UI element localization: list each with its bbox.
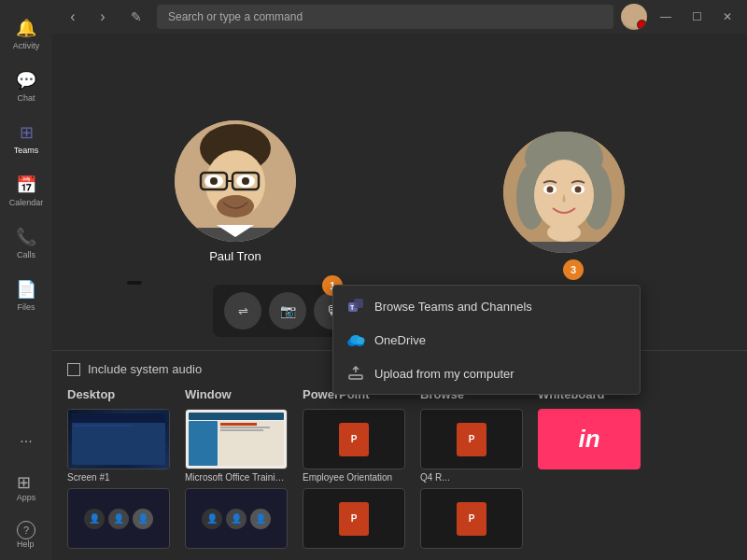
video-ctrl-button[interactable]: 📷: [269, 292, 306, 329]
participant-avatar-woman: [503, 132, 625, 253]
dropdown-upload-label: Upload from my computer: [374, 367, 514, 381]
activity-icon: 🔔: [16, 18, 36, 38]
browse-thumb-2[interactable]: P: [420, 488, 523, 549]
svg-point-10: [217, 195, 254, 217]
participant-other: [503, 132, 625, 253]
svg-rect-22: [522, 242, 606, 253]
sidebar-item-activity-label: Activity: [13, 41, 40, 50]
dropdown-onedrive[interactable]: OneDrive: [333, 323, 640, 357]
pp-thumb-1[interactable]: P: [303, 409, 405, 469]
sidebar-item-activity[interactable]: 🔔 Activity: [4, 9, 49, 58]
powerpoint-section: PowerPoint P Employee Orientation: [303, 387, 405, 549]
desktop-thumb-1[interactable]: [67, 409, 170, 469]
browse-thumb-1[interactable]: P: [420, 409, 523, 469]
pp-thumb-2[interactable]: P: [303, 488, 405, 549]
pp-icon-2: P: [339, 502, 369, 536]
browse-pp-icon-1: P: [457, 423, 486, 456]
sidebar-help[interactable]: ? Help: [9, 513, 43, 556]
include-audio-checkbox[interactable]: [67, 363, 80, 376]
upload-dropdown-icon: [346, 364, 365, 383]
search-placeholder: Search or type a command: [168, 10, 303, 23]
svg-point-21: [547, 223, 581, 242]
invision-label: in: [578, 425, 599, 454]
window-thumb-1[interactable]: [185, 409, 288, 469]
svg-point-8: [210, 177, 218, 185]
dropdown-onedrive-label: OneDrive: [374, 333, 426, 347]
participant-name-paul: Paul Tron: [209, 249, 261, 263]
browse-whiteboard-area: Browse P Q4 R...: [420, 387, 641, 549]
pp-col1: P Employee Orientation: [303, 409, 405, 483]
nav-buttons: ‹ ›: [60, 4, 116, 30]
titlebar-right: — ☐ ✕: [621, 4, 740, 30]
dropdown-browse-teams[interactable]: T Browse Teams and Channels: [333, 289, 640, 323]
window-thumb-1-label: Microsoft Office Training ...: [185, 472, 288, 483]
search-bar[interactable]: Search or type a command: [157, 5, 613, 29]
onedrive-dropdown-icon: [346, 330, 365, 349]
calendar-icon: 📅: [16, 175, 36, 195]
browse-dropdown: 3 T Browse Teams and Channels: [332, 285, 641, 395]
calls-icon: 📞: [16, 227, 36, 247]
desktop-title: Desktop: [67, 387, 170, 401]
main-content: ‹ › ✎ Search or type a command — ☐ ✕: [52, 0, 747, 560]
sidebar-item-calendar-label: Calendar: [9, 198, 44, 207]
browse-section: Browse P Q4 R...: [420, 387, 523, 549]
svg-point-9: [242, 177, 249, 185]
share-options: Desktop: [67, 387, 732, 549]
svg-point-29: [357, 337, 365, 344]
svg-rect-24: [354, 299, 363, 308]
participant-avatar-man: [175, 120, 296, 242]
desktop-section-col: Screen #1: [67, 409, 170, 483]
svg-point-20: [575, 186, 582, 192]
sidebar-item-teams[interactable]: ⊞ Teams: [4, 114, 49, 162]
window-thumb-2[interactable]: 👤 👤 👤: [185, 488, 288, 549]
window-col2: 👤 👤 👤: [185, 488, 288, 549]
pp-thumb-1-label: Employee Orientation: [303, 472, 405, 483]
svg-point-19: [547, 186, 554, 192]
edit-button[interactable]: ✎: [123, 4, 149, 30]
sidebar-item-calendar[interactable]: 📅 Calendar: [4, 166, 49, 215]
sidebar-item-calls-label: Calls: [17, 250, 35, 259]
audio-ctrl-button[interactable]: ⇌: [224, 292, 261, 329]
browse-col2: P: [420, 488, 523, 549]
pp-col2: P: [303, 488, 405, 549]
svg-rect-30: [349, 375, 362, 379]
browse-col1: P Q4 R...: [420, 409, 523, 483]
window-title: Window: [185, 387, 288, 401]
sidebar-item-files-label: Files: [17, 302, 35, 312]
browse-thumb-1-label: Q4 R...: [420, 472, 523, 483]
badge-3: 3: [563, 259, 584, 280]
window-col1: Microsoft Office Training ...: [185, 409, 288, 483]
include-audio-label: Include system audio: [88, 362, 202, 376]
sidebar-item-calls[interactable]: 📞 Calls: [4, 218, 49, 267]
desktop-thumb-2[interactable]: 👤 👤 👤: [67, 488, 170, 549]
user-avatar[interactable]: [621, 4, 647, 30]
other-participant-name: [127, 281, 142, 285]
desktop-thumbnails: Screen #1 👤 👤 👤: [67, 409, 170, 549]
back-button[interactable]: ‹: [60, 4, 86, 30]
sidebar-item-chat[interactable]: 💬 Chat: [4, 62, 49, 110]
files-icon: 📄: [16, 279, 36, 300]
desktop-section-col2: 👤 👤 👤: [67, 488, 170, 549]
teams-dropdown-icon: T: [346, 297, 365, 315]
participant-paul-tron: Paul Tron: [175, 120, 296, 263]
teams-icon: ⊞: [20, 122, 34, 143]
sidebar-item-files[interactable]: 📄 Files: [4, 271, 49, 319]
sidebar-item-chat-label: Chat: [17, 93, 35, 103]
titlebar: ‹ › ✎ Search or type a command — ☐ ✕: [52, 0, 747, 34]
chat-icon: 💬: [16, 70, 36, 91]
forward-button[interactable]: ›: [90, 4, 116, 30]
invision-button[interactable]: in: [538, 409, 641, 469]
whiteboard-section: Whiteboard 2 in 3: [538, 387, 641, 469]
dropdown-browse-teams-label: Browse Teams and Channels: [374, 300, 532, 314]
browse-pp-icon-2: P: [457, 502, 486, 536]
sidebar-more[interactable]: ···: [12, 426, 39, 457]
svg-text:T: T: [350, 304, 355, 311]
pp-icon-1: P: [339, 423, 369, 456]
share-panel: Include system audio Desktop: [52, 350, 747, 560]
sidebar-apps[interactable]: ⊞ Apps: [9, 465, 44, 510]
sidebar: 🔔 Activity 💬 Chat ⊞ Teams 📅 Calendar 📞 C…: [0, 0, 52, 560]
minimize-button[interactable]: —: [653, 7, 679, 27]
dropdown-upload[interactable]: Upload from my computer: [333, 357, 640, 390]
maximize-button[interactable]: ☐: [684, 7, 710, 27]
close-button[interactable]: ✕: [715, 7, 740, 27]
